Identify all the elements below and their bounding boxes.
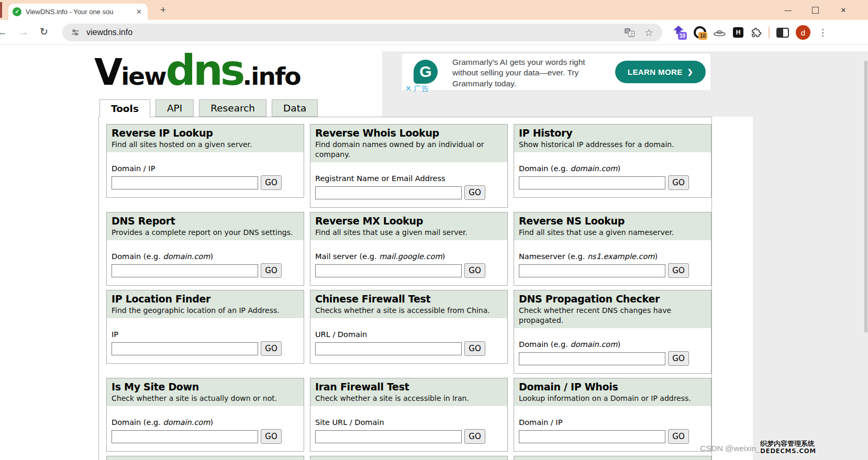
card-header: Reverse NS Lookup Find all sites that us… [514,212,711,240]
domain-input[interactable] [112,264,258,277]
card-description: Check whether a site is actually down or… [112,394,299,403]
browser-tab[interactable]: ✓ ViewDNS.info - Your one sou ✕ [8,4,148,20]
scrollbar-thumb[interactable] [864,61,867,333]
card-header: Reverse Whois Lookup Find domain names o… [310,125,507,162]
go-button[interactable]: GO [464,429,485,444]
go-button[interactable]: GO [464,341,485,356]
tool-card-reverse-mx: Reverse MX Lookup Find all sites that us… [310,212,508,286]
maximize-icon [812,7,819,14]
grammarly-logo: G [414,60,438,84]
field-label: URL / Domain [315,330,503,340]
card-header: IP History Show historical IP addresses … [514,125,711,152]
dedecms-watermark-line2: DEDECMS.COM [760,448,815,455]
window-maximize-button[interactable] [803,0,827,20]
card-title: DNS Propagation Checker [519,293,706,306]
profile-avatar[interactable]: d [796,25,810,40]
window-close-button[interactable]: ✕ [831,0,855,20]
go-button[interactable]: GO [261,429,282,444]
tool-card-ip-history: IP History Show historical IP addresses … [514,124,711,198]
go-button[interactable]: GO [668,351,689,366]
tab-data[interactable]: Data [272,99,318,117]
card-description: Provides a complete report on your DNS s… [112,228,299,238]
card-description: Check whether recent DNS changes have pr… [519,306,706,326]
card-header: Chinese Firewall Test Checks whether a s… [310,290,507,318]
card-description: Find all sites hosted on a given server. [112,140,299,150]
extension-ring-icon[interactable]: 10 [693,26,706,39]
dedecms-watermark-line1: 织梦内容管理系统 [760,440,815,448]
logo-part-dns: dns [166,54,243,87]
background-gray-right [753,117,868,460]
url-text: viewdns.info [86,28,132,37]
card-title: IP History [519,127,706,140]
hat-extension-icon[interactable] [713,28,726,38]
extensions-puzzle-icon[interactable] [750,27,762,38]
new-tab-button[interactable]: + [160,4,166,16]
domain-input[interactable] [112,430,258,443]
go-button[interactable]: GO [464,185,485,200]
go-button[interactable]: GO [261,341,282,356]
go-button[interactable]: GO [261,263,282,278]
back-button[interactable]: ← [0,26,7,38]
field-label: Domain (e.g. domain.com) [519,164,706,174]
field-label: Domain (e.g. domain.com) [519,340,706,350]
card-title: Reverse MX Lookup [315,215,503,228]
reload-button[interactable]: ↻ [40,26,48,38]
bookmark-star-icon[interactable]: ☆ [644,27,653,39]
card-row: DNS Report Provides a complete report on… [106,212,711,286]
tab-close-icon[interactable]: ✕ [135,8,143,16]
logo-part-view-iew: iew [121,62,165,91]
go-button[interactable]: GO [464,263,485,278]
field-label: Domain / IP [519,418,706,428]
extension-purple-icon[interactable]: 10 [672,26,686,39]
tab-tools[interactable]: Tools [99,99,150,117]
card-title: DNS Report [112,215,299,228]
site-url-input[interactable] [315,430,462,443]
ip-input[interactable] [112,342,258,355]
tool-card-dns-report: DNS Report Provides a complete report on… [106,212,304,286]
tool-card-reverse-ip: Reverse IP Lookup Find all sites hosted … [106,124,304,198]
side-panel-icon[interactable] [776,28,789,38]
learn-more-button[interactable]: LEARN MORE ❯ [615,61,706,83]
field-label: Mail server (e.g. mail.google.com) [315,252,503,262]
tab-research[interactable]: Research [199,99,266,117]
tool-card-chinese-firewall: Chinese Firewall Test Checks whether a s… [310,290,508,364]
tab-api[interactable]: API [155,99,194,117]
ad-close-label[interactable]: ✕ 广告 [405,84,429,94]
dedecms-watermark: 织梦内容管理系统 DEDECMS.COM [760,440,815,455]
domain-ip-input[interactable] [112,176,258,189]
go-button[interactable]: GO [668,263,689,278]
browser-menu-icon[interactable]: ⋮ [817,27,828,38]
url-domain-input[interactable] [315,342,462,355]
translate-icon[interactable]: G 文 [624,28,635,38]
site-settings-tune-icon[interactable] [71,28,80,37]
toolbar-separator [769,27,770,38]
extension-badge: 10 [678,32,687,40]
card-title: Domain / IP Whois [519,380,706,394]
mail-server-input[interactable] [315,264,462,277]
field-label: Nameserver (e.g. ns1.example.com) [519,252,706,262]
card-header: Reverse IP Lookup Find all sites hosted … [107,125,304,152]
extensions-bar: 10 10 H d ⋮ [672,24,828,41]
registrant-input[interactable] [315,186,462,199]
forward-button[interactable]: → [18,26,29,38]
window-minimize-button[interactable]: — [776,0,800,20]
field-label: Domain (e.g. domain.com) [112,418,299,428]
card-title: Is My Site Down [112,380,299,394]
card-header: DNS Report Provides a complete report on… [107,212,304,240]
url-bar[interactable]: viewdns.info G 文 ☆ [62,24,662,41]
nameserver-input[interactable] [519,264,665,277]
go-button[interactable]: GO [668,429,689,444]
go-button[interactable]: GO [261,175,282,190]
go-button[interactable]: GO [668,175,689,190]
domain-input[interactable] [519,352,665,365]
card-description: Find all sites that use a given nameserv… [519,228,706,238]
tool-card-is-my-site-down: Is My Site Down Check whether a site is … [106,378,304,452]
domain-input[interactable] [519,176,665,189]
site-nav-tabs: Tools API Research Data [99,99,318,117]
browser-tab-strip: ✓ ViewDNS.info - Your one sou ✕ + — ✕ [0,0,868,20]
h-extension-icon[interactable]: H [733,27,743,38]
tool-card-dns-propagation: DNS Propagation Checker Check whether re… [514,290,711,374]
domain-ip-input[interactable] [519,430,665,443]
card-title: Reverse IP Lookup [112,127,299,140]
tool-card-partial [310,456,508,460]
